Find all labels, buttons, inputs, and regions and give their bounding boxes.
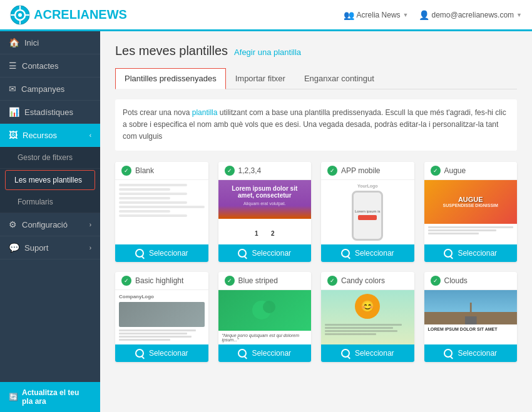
select-label: Seleccionar xyxy=(355,249,394,258)
select-label: Seleccionar xyxy=(252,349,291,358)
settings-icon: ⚙ xyxy=(9,219,17,229)
search-icon xyxy=(135,349,144,358)
user-email: demo@acrelianews.com xyxy=(432,11,514,19)
check-icon: ✓ xyxy=(225,276,235,286)
templates-grid: ✓ Blank xyxy=(115,162,517,362)
content-area: Les meves plantilles Afegir una plantill… xyxy=(100,31,532,412)
template-preview-clouds: LOREM IPSUM DOLOR SIT AMET xyxy=(424,290,518,344)
svg-point-2 xyxy=(18,13,22,17)
contacts-icon: ☰ xyxy=(9,61,17,71)
select-app-button[interactable]: Seleccionar xyxy=(321,244,414,262)
search-icon xyxy=(238,249,247,258)
svg-point-8 xyxy=(263,301,275,313)
sidebar-item-label: Estadístiques xyxy=(24,108,73,117)
header-user-org[interactable]: 👥 Acrelia News ▼ xyxy=(344,10,409,20)
select-label: Seleccionar xyxy=(458,249,497,258)
check-icon: ✓ xyxy=(327,276,337,286)
select-blank-button[interactable]: Seleccionar xyxy=(115,244,208,262)
template-preview-augue: AUGUE SUSPENDISSE DIGNISSIM xyxy=(424,180,518,244)
sidebar-item-inici[interactable]: 🏠 Inici xyxy=(0,31,100,54)
search-icon xyxy=(341,249,350,258)
sidebar-sub-label: Les meves plantilles xyxy=(14,176,82,184)
template-card-app-mobile: ✓ APP mobile YourLogo Lorem ipsum is xyxy=(321,162,414,262)
select-basic-button[interactable]: Seleccionar xyxy=(115,344,208,362)
main-layout: 🏠 Inici ☰ Contactes ✉ Campanyes 📊 Estadí… xyxy=(0,31,532,412)
chevron-down-icon: ▼ xyxy=(516,12,522,18)
sidebar-submenu: Gestor de fitxers Les meves plantilles F… xyxy=(0,147,100,213)
svg-rect-11 xyxy=(464,316,476,324)
sidebar-item-label: Campanyes xyxy=(21,84,64,94)
select-label: Seleccionar xyxy=(252,249,291,258)
template-header-candy: ✓ Candy colors xyxy=(321,272,414,290)
search-icon xyxy=(238,349,247,358)
template-preview-1234: Lorem ipsum dolor sitamet, consectetur A… xyxy=(218,180,312,244)
template-header-clouds: ✓ Clouds xyxy=(424,272,518,290)
check-icon: ✓ xyxy=(121,276,131,286)
template-card-1234: ✓ 1,2,3,4 Lorem ipsum dolor sitamet, con… xyxy=(218,162,312,262)
add-template-link[interactable]: Afegir una plantilla xyxy=(234,48,301,57)
template-preview-basic: CompanyLogo xyxy=(115,290,208,344)
template-card-clouds: ✓ Clouds xyxy=(424,272,518,362)
sidebar-item-formularis[interactable]: Formularis xyxy=(0,191,100,213)
info-text: Pots crear una nova plantilla utilitzant… xyxy=(115,99,517,151)
template-name: Basic highlight xyxy=(135,276,183,285)
select-label: Seleccionar xyxy=(355,349,394,358)
home-icon: 🏠 xyxy=(9,38,19,48)
sidebar-item-les-meves-plantilles[interactable]: Les meves plantilles xyxy=(5,170,95,190)
template-header-1234: ✓ 1,2,3,4 xyxy=(218,162,312,180)
search-icon xyxy=(444,249,453,258)
sidebar-item-gestor-fitxers[interactable]: Gestor de fitxers xyxy=(0,147,100,169)
template-name: Candy colors xyxy=(341,276,385,285)
sidebar-item-campanyes[interactable]: ✉ Campanyes xyxy=(0,78,100,101)
sidebar-item-label: Inici xyxy=(24,38,39,48)
sidebar-sub-label: Gestor de fitxers xyxy=(18,153,73,162)
select-candy-button[interactable]: Seleccionar xyxy=(321,344,414,362)
template-preview-blank xyxy=(115,180,208,244)
select-augue-button[interactable]: Seleccionar xyxy=(424,244,518,262)
upgrade-button[interactable]: 🔄 Actualitza el teu pla ara xyxy=(0,382,100,412)
logo-text: ACRELIANEWS xyxy=(34,8,127,22)
sidebar-item-contactes[interactable]: ☰ Contactes xyxy=(0,54,100,78)
select-blue-button[interactable]: Seleccionar xyxy=(218,344,312,362)
upgrade-icon: 🔄 xyxy=(9,393,18,401)
tab-enganxar[interactable]: Enganxar contingut xyxy=(295,68,384,89)
plantilla-link[interactable]: plantilla xyxy=(192,108,218,117)
search-icon xyxy=(341,349,350,358)
header-user-account[interactable]: 👤 demo@acrelianews.com ▼ xyxy=(419,10,523,20)
check-icon: ✓ xyxy=(431,276,441,286)
template-name: Augue xyxy=(444,166,466,175)
tab-predissenyades[interactable]: Plantilles predissenyades xyxy=(115,68,226,89)
template-card-candy-colors: ✓ Candy colors 😊 xyxy=(321,272,414,362)
check-icon: ✓ xyxy=(431,166,441,176)
template-header-blue: ✓ Blue striped xyxy=(218,272,312,290)
sidebar-item-suport[interactable]: 💬 Suport › xyxy=(0,236,100,259)
check-icon: ✓ xyxy=(327,166,337,176)
page-title: Les meves plantilles xyxy=(115,44,228,58)
select-label: Seleccionar xyxy=(149,349,188,358)
resources-icon: 🖼 xyxy=(9,130,18,140)
support-icon: 💬 xyxy=(9,243,19,253)
org-name: Acrelia News xyxy=(357,11,401,19)
sidebar-item-recursos[interactable]: 🖼 Recursos ‹ xyxy=(0,124,100,147)
sidebar: 🏠 Inici ☰ Contactes ✉ Campanyes 📊 Estadí… xyxy=(0,31,100,412)
template-card-blank: ✓ Blank xyxy=(115,162,208,262)
logo: ACRELIANEWS xyxy=(10,5,127,25)
sidebar-item-label: Configuració xyxy=(22,220,68,229)
select-clouds-button[interactable]: Seleccionar xyxy=(424,344,518,362)
sidebar-item-estadistiques[interactable]: 📊 Estadístiques xyxy=(0,101,100,124)
template-header-app: ✓ APP mobile xyxy=(321,162,414,180)
template-header-basic: ✓ Basic highlight xyxy=(115,272,208,290)
top-header: ACRELIANEWS 👥 Acrelia News ▼ 👤 demo@acre… xyxy=(0,0,532,31)
template-card-blue-striped: ✓ Blue striped "Neque porro quisquam est… xyxy=(218,272,312,362)
mail-icon: ✉ xyxy=(9,84,16,94)
sidebar-item-label: Suport xyxy=(24,243,48,253)
chevron-right-icon: › xyxy=(90,244,91,251)
check-icon: ✓ xyxy=(121,166,131,176)
template-name: APP mobile xyxy=(341,166,380,175)
sidebar-item-label: Contactes xyxy=(22,61,59,71)
chevron-left-icon: ‹ xyxy=(90,132,91,139)
sidebar-item-configuracio[interactable]: ⚙ Configuració › xyxy=(0,213,100,236)
select-1234-button[interactable]: Seleccionar xyxy=(218,244,312,262)
tab-importar[interactable]: Importar fitxer xyxy=(226,68,295,89)
template-card-basic-highlight: ✓ Basic highlight CompanyLogo xyxy=(115,272,208,362)
